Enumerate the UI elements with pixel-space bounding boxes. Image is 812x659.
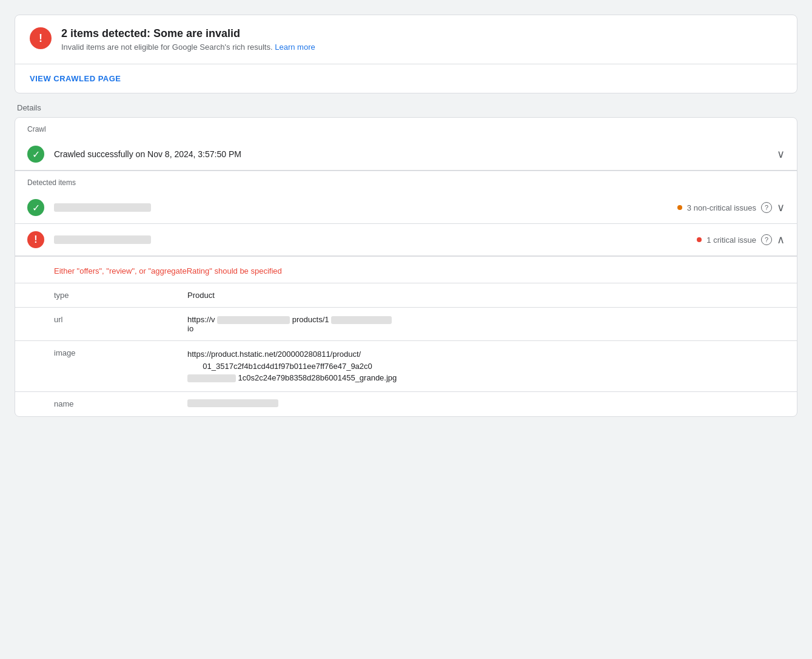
- item-success-icon: ✓: [27, 199, 44, 216]
- detail-value-url: https://v products/1 io: [149, 308, 797, 341]
- crawl-status-text: Crawled successfully on Nov 8, 2024, 3:5…: [54, 149, 767, 159]
- detail-value-image: https://product.hstatic.net/200000280811…: [149, 341, 797, 392]
- url-blurred-2: [331, 316, 392, 324]
- non-critical-label: 3 non-critical issues: [687, 203, 756, 212]
- help-icon-1[interactable]: ?: [761, 202, 772, 213]
- detail-row-name: name: [15, 391, 797, 416]
- detected-item-content-2: [54, 235, 687, 244]
- alert-title: 2 items detected: Some are invalid: [61, 27, 315, 40]
- url-blurred-1: [217, 316, 290, 324]
- alert-description: Invalid items are not eligible for Googl…: [61, 42, 315, 52]
- crawl-section: Crawl ✓ Crawled successfully on Nov 8, 2…: [15, 118, 797, 170]
- detail-label-image: image: [15, 341, 149, 392]
- non-critical-dot: [677, 205, 682, 210]
- item-name-blurred-2: [54, 235, 151, 244]
- error-message-text: Either "offers", "review", or "aggregate…: [15, 257, 797, 283]
- name-blurred: [187, 399, 278, 407]
- collapse-chevron-2[interactable]: ∧: [777, 233, 785, 246]
- help-icon-2[interactable]: ?: [761, 234, 772, 245]
- detected-items-section: Detected items ✓ 3 non-critical issues ?…: [15, 171, 797, 416]
- alert-icon: !: [30, 27, 52, 49]
- detail-row-image: image https://product.hstatic.net/200000…: [15, 341, 797, 392]
- detail-label-name: name: [15, 391, 149, 416]
- critical-label: 1 critical issue: [706, 235, 756, 245]
- alert-content: 2 items detected: Some are invalid Inval…: [61, 27, 315, 52]
- image-blurred: [187, 374, 236, 382]
- error-detail-panel: Either "offers", "review", or "aggregate…: [15, 256, 797, 416]
- detected-item-content-1: [54, 203, 668, 212]
- learn-more-link[interactable]: Learn more: [275, 42, 315, 52]
- detected-item-row-1: ✓ 3 non-critical issues ? ∨: [15, 192, 797, 224]
- detected-items-label: Detected items: [15, 171, 797, 192]
- critical-dot: [697, 237, 702, 242]
- crawl-chevron-icon: ∨: [777, 147, 785, 161]
- details-card: Crawl ✓ Crawled successfully on Nov 8, 2…: [15, 117, 797, 417]
- detail-value-type: Product: [149, 283, 797, 308]
- detail-table: type Product url https://v products/1 io: [15, 283, 797, 416]
- view-crawled-button[interactable]: VIEW CRAWLED PAGE: [15, 64, 136, 93]
- detail-value-name: [149, 391, 797, 416]
- alert-section: ! 2 items detected: Some are invalid Inv…: [15, 15, 797, 64]
- item-error-icon: !: [27, 231, 44, 248]
- item-actions-1: 3 non-critical issues ? ∨: [677, 201, 785, 214]
- crawl-section-label: Crawl: [15, 118, 797, 138]
- alert-card: ! 2 items detected: Some are invalid Inv…: [15, 15, 797, 93]
- expand-chevron-1[interactable]: ∨: [777, 201, 785, 214]
- detail-label-type: type: [15, 283, 149, 308]
- detail-row-url: url https://v products/1 io: [15, 308, 797, 341]
- detected-item-row-2: ! 1 critical issue ? ∧: [15, 224, 797, 256]
- details-label: Details: [15, 103, 797, 112]
- success-icon: ✓: [27, 146, 44, 163]
- item-actions-2: 1 critical issue ? ∧: [697, 233, 785, 246]
- item-name-blurred-1: [54, 203, 151, 212]
- crawl-row[interactable]: ✓ Crawled successfully on Nov 8, 2024, 3…: [15, 138, 797, 170]
- detail-row-type: type Product: [15, 283, 797, 308]
- detail-label-url: url: [15, 308, 149, 341]
